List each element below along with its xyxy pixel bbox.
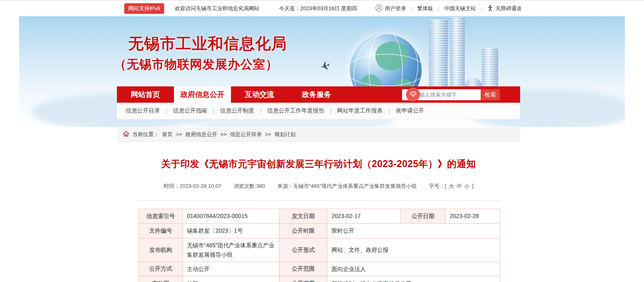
validity-label: 有效期 [139,276,183,282]
breadcrumb-separator: >> [265,131,271,137]
separator: | [411,6,412,12]
info-index-label: 信息索引号 [139,209,183,224]
article-title: 关于印发《无锡市元宇宙创新发展三年行动计划（2023-2025年）》的通知 [117,158,520,170]
public-form-label: 公开形式 [279,238,327,262]
publisher-label: 发布机构 [139,238,183,262]
breadcrumb-separator: >> [220,131,226,137]
public-scope-value: 面向企业法人 [327,262,500,276]
font-size-small-button[interactable]: 小 [464,183,470,190]
separator: | [481,6,482,12]
welcome-text: 欢迎访问无锡市工业和信息化局网站 [175,5,259,12]
subnav-item-directory[interactable]: 信息公开目录 [126,107,166,115]
font-size-medium-button[interactable]: 中 [457,183,462,190]
font-size-prefix: 字号：[ [429,183,446,190]
public-procedure-value: 部门编制，经办公室审核后公开 [327,276,500,282]
dashed-divider [138,200,500,201]
search-button[interactable]: 检索 [481,89,500,100]
top-utility-bar: 网站支持IPv6 欢迎访问无锡市工业和信息化局网站 今天是：2023年03月16… [0,0,644,16]
traditional-chinese-link[interactable]: 繁体版 [417,5,433,12]
doc-number-value: 锡集群发〔2023〕1号 [183,224,279,238]
breadcrumb-separator: >> [176,131,182,137]
breadcrumb-gov-info[interactable]: 政府信息公开 [185,131,217,138]
meta-views: 浏览次数:380 [233,183,265,190]
current-date: 今天是：2023年03月16日 星期四 [279,5,357,12]
separator: | [438,6,439,12]
nav-tab-home[interactable]: 网站首页 [117,86,174,103]
font-size-control: 字号：[ 大 中 小 ] [429,183,473,190]
issue-date-value: 2023-02-17 [327,209,401,224]
issue-date-label: 发文日期 [279,209,327,224]
font-size-suffix: ] [472,183,474,190]
public-method-label: 公开方式 [139,262,183,276]
meta-source: 来源：无锡市“465”现代产业体系重点产业集群发展领导小组 [277,183,417,190]
breadcrumb-home[interactable]: 首页 [162,131,173,138]
font-size-large-button[interactable]: 大 [449,183,454,190]
public-method-value: 主动公开 [183,262,279,276]
table-row: 信息索引号 014007844/2023-00015 发文日期 2023-02-… [139,209,500,224]
public-procedure-label: 公开程序 [279,276,327,282]
nav-tab-gov-info[interactable]: 政府信息公开 [174,86,231,103]
subnav-item-guide[interactable]: 信息公开指南 [167,107,213,115]
chat-robot-button[interactable] [406,88,420,101]
publisher-value: 无锡市“465”现代产业体系重点产业集群发展领导小组 [183,238,279,262]
site-title: 无锡市工业和信息化局 [128,33,287,54]
user-icon [375,4,383,13]
doc-number-label: 文件编号 [139,224,183,238]
breadcrumb-planning[interactable]: 规划计划 [275,131,296,138]
user-login-link[interactable]: 用户登录 [375,4,406,13]
robot-icon [409,90,418,100]
info-index-value: 014007844/2023-00015 [183,209,279,224]
table-row: 公开方式 主动公开 公开范围 面向企业法人 [139,262,500,276]
subnav-item-system[interactable]: 信息公开制度 [214,107,260,115]
breadcrumb-label: 当前位置： [132,131,159,138]
document-info-table: 信息索引号 014007844/2023-00015 发文日期 2023-02-… [138,209,500,282]
subnav-item-site-report[interactable]: 网站年度工作报表 [332,107,389,115]
home-icon [123,131,129,138]
table-row: 文件编号 锡集群发〔2023〕1号 公开时限 限时公开 [139,224,500,238]
public-scope-label: 公开范围 [279,262,327,276]
accessibility-link[interactable]: 无障碍通道 [487,5,522,13]
skyline-illustration [19,16,625,86]
table-row: 发布机构 无锡市“465”现代产业体系重点产业集群发展领导小组 公开形式 网站、… [139,238,500,262]
public-time-limit-label: 公开时限 [279,224,327,238]
article-content: 关于印发《无锡市元宇宙创新发展三年行动计划（2023-2025年）》的通知 时间… [117,158,520,282]
subnav-item-apply[interactable]: 依申请公开 [390,107,430,115]
accessibility-icon [487,5,493,13]
breadcrumb-directory[interactable]: 信息公开目录 [230,131,262,138]
wuxi-main-site-link[interactable]: 中国无锡主站 [444,5,476,12]
sub-nav: 信息公开目录 | 信息公开指南 | 信息公开制度 | 信息公开工作年度报告 | … [117,103,520,119]
breadcrumb: 当前位置： 首页 >> 政府信息公开 >> 信息公开目录 >> 规划计划 [117,128,520,141]
public-date-label: 公开日期 [401,209,446,224]
nav-tab-interaction[interactable]: 互动交流 [231,86,288,103]
site-banner: ✈ 无锡市工业和信息化局 （无锡市物联网发展办公室） 网站首页 政府信息公开 互… [19,16,625,127]
public-time-limit-value: 限时公开 [327,224,500,238]
table-row: 有效期 长期 公开程序 部门编制，经办公室审核后公开 [139,276,500,282]
public-date-value: 2023-02-28 [446,209,500,224]
ipv6-badge: 网站支持IPv6 [124,3,164,14]
public-form-value: 网站、文件、政府公报 [327,238,500,262]
article-meta: 时间：2023-02-28 10:07 浏览次数:380 来源：无锡市“465”… [117,183,520,190]
main-nav: 网站首页 政府信息公开 互动交流 政务服务 检索 [117,86,520,103]
validity-value: 长期 [183,276,279,282]
nav-tab-services[interactable]: 政务服务 [288,86,345,103]
subnav-item-annual-report[interactable]: 信息公开工作年度报告 [262,107,330,115]
meta-time: 时间：2023-02-28 10:07 [164,183,222,190]
site-subtitle: （无锡市物联网发展办公室） [114,56,278,73]
